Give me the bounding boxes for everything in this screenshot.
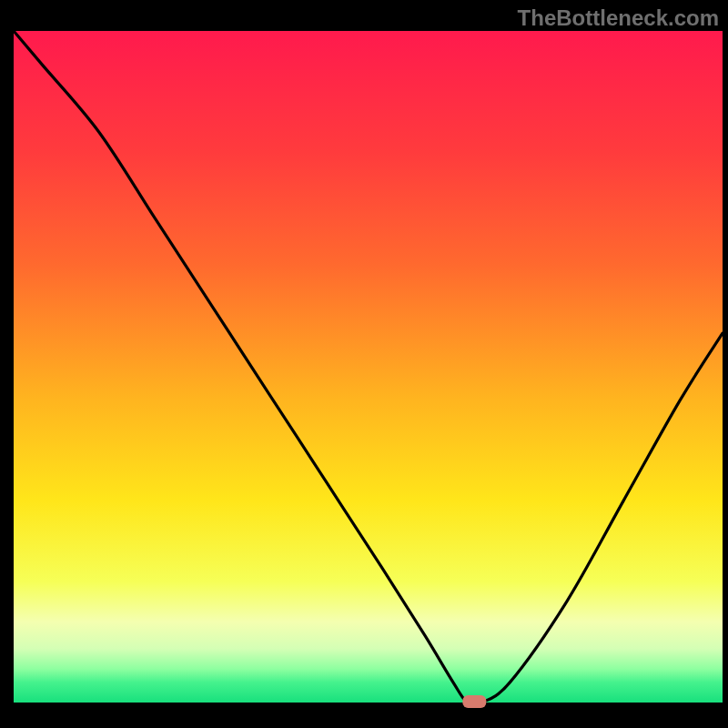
bottleneck-chart — [0, 0, 728, 728]
chart-stage: TheBottleneck.com — [0, 0, 728, 728]
watermark-label: TheBottleneck.com — [518, 5, 719, 31]
min-marker — [462, 695, 486, 708]
plot-background — [14, 31, 723, 703]
